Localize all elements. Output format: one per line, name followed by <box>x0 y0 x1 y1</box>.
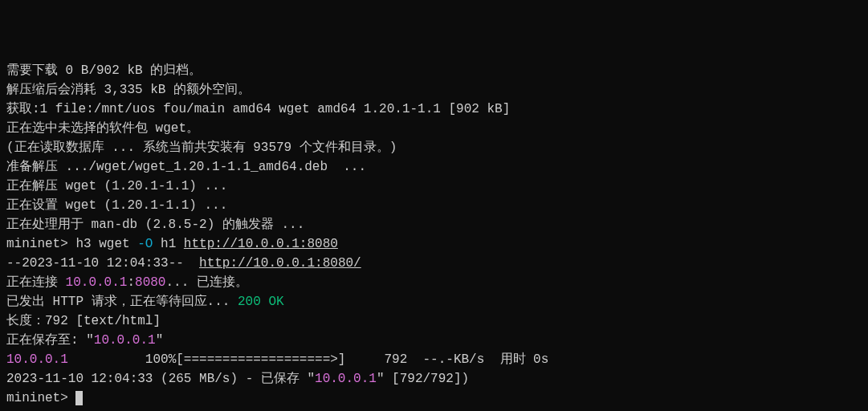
output-line: 已发出 HTTP 请求，正在等待回应... 200 OK <box>6 292 862 311</box>
output-line: 正在保存至: "10.0.0.1" <box>6 331 862 350</box>
output-line: 正在选中未选择的软件包 wget。 <box>6 119 862 138</box>
output-line: 正在设置 wget (1.20.1-1.1) ... <box>6 196 862 215</box>
prompt-line[interactable]: mininet> <box>6 389 862 408</box>
command-line: mininet> h3 wget -O h1 http://10.0.0.1:8… <box>6 234 862 254</box>
output-line: (正在读取数据库 ... 系统当前共安装有 93579 个文件和目录。) <box>6 138 862 157</box>
prompt: mininet> <box>6 237 75 251</box>
filename: 10.0.0.1 <box>6 352 68 367</box>
output-line: 获取:1 file:/mnt/uos fou/main amd64 wget a… <box>6 100 862 119</box>
output-text: 已发出 HTTP 请求，正在等待回应... <box>6 295 238 309</box>
progress-line: 10.0.0.1 100%[===================>] 792 … <box>6 350 862 369</box>
output-line: 准备解压 .../wget/wget_1.20.1-1.1_amd64.deb … <box>6 157 862 177</box>
filename: 10.0.0.1 <box>94 333 156 348</box>
output-text: ... 已连接。 <box>165 275 247 290</box>
output-line: 正在处理用于 man-db (2.8.5-2) 的触发器 ... <box>6 215 862 234</box>
filename: 10.0.0.1 <box>315 372 377 386</box>
output-line: 需要下载 0 B/902 kB 的归档。 <box>6 61 862 80</box>
output-text: 正在保存至: " <box>6 333 94 348</box>
output-text: " <box>156 333 164 348</box>
terminal-output[interactable]: 需要下载 0 B/902 kB 的归档。解压缩后会消耗 3,335 kB 的额外… <box>6 61 862 408</box>
cursor-icon <box>75 391 83 405</box>
command-text: h1 <box>153 237 183 251</box>
url-link[interactable]: http://10.0.0.1:8080/ <box>199 256 361 271</box>
timestamp: --2023-11-10 12:04:33-- <box>6 256 199 271</box>
output-line: 正在连接 10.0.0.1:8080... 已连接。 <box>6 273 862 292</box>
output-line: 正在解压 wget (1.20.1-1.1) ... <box>6 177 862 196</box>
output-line: 2023-11-10 12:04:33 (265 MB/s) - 已保存 "10… <box>6 369 862 389</box>
output-text: 正在连接 <box>6 275 66 290</box>
command-flag: -O <box>137 237 153 251</box>
command-text: h3 wget <box>75 237 137 251</box>
output-line: 解压缩后会消耗 3,335 kB 的额外空间。 <box>6 80 862 100</box>
output-text: " [792/792]) <box>377 372 469 386</box>
progress-bar: 100%[===================>] 792 --.-KB/s … <box>68 352 549 367</box>
ip-address: 10.0.0.1 <box>66 275 128 290</box>
output-text: : <box>127 275 135 290</box>
port: 8080 <box>135 275 165 290</box>
output-line: --2023-11-10 12:04:33-- http://10.0.0.1:… <box>6 254 862 273</box>
output-line: 长度：792 [text/html] <box>6 311 862 331</box>
prompt: mininet> <box>6 391 75 405</box>
status-ok: 200 OK <box>238 295 284 309</box>
output-text: 2023-11-10 12:04:33 (265 MB/s) - 已保存 " <box>6 372 315 386</box>
url-link[interactable]: http://10.0.0.1:8080 <box>184 237 338 251</box>
